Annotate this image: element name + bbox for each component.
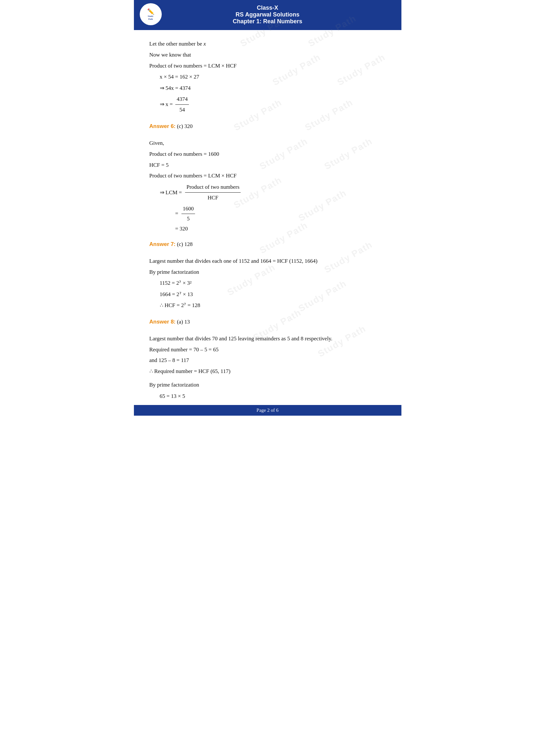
and-line: and 125 – 8 = 117 bbox=[150, 356, 386, 365]
answer8-option: (a) 13 bbox=[177, 319, 190, 325]
answer7-line: Answer 7: (c) 128 bbox=[150, 239, 386, 249]
page-container: ✏️ Study Path Class-X RS Aggarwal Soluti… bbox=[134, 0, 401, 421]
logo-path-text: Path bbox=[147, 18, 154, 20]
frac2-numerator: 1600 bbox=[182, 204, 195, 214]
header-line2: RS Aggarwal Solutions bbox=[140, 11, 395, 18]
gap6 bbox=[150, 328, 386, 334]
product-eq1: Product of two numbers = 1600 bbox=[150, 149, 386, 159]
gap7 bbox=[150, 378, 386, 380]
intro-line2: Now we know that bbox=[150, 50, 386, 60]
answer8-heading: Answer 8: bbox=[150, 319, 176, 325]
logo-container: ✏️ Study Path bbox=[140, 3, 162, 25]
equals-sign: = bbox=[175, 209, 179, 219]
fraction-product-hcf: Product of two numbers HCF bbox=[185, 182, 241, 203]
given-label: Given, bbox=[150, 138, 386, 148]
frac1-numerator: 4374 bbox=[175, 94, 189, 105]
pencil-icon: ✏️ bbox=[147, 8, 154, 15]
page-number: Page 2 of 6 bbox=[257, 408, 278, 413]
logo-circle: ✏️ Study Path bbox=[140, 3, 162, 25]
gap4 bbox=[150, 251, 386, 256]
equation1: x × 54 = 162 × 27 bbox=[160, 72, 386, 82]
page-header: ✏️ Study Path Class-X RS Aggarwal Soluti… bbox=[134, 0, 401, 30]
product-formula2: Product of two numbers = LCM × HCF bbox=[150, 171, 386, 181]
logo-study-text: Study bbox=[147, 15, 154, 18]
product-formula: Product of two numbers = LCM × HCF bbox=[150, 61, 386, 71]
required-num1: Required number = 70 – 5 = 65 bbox=[150, 345, 386, 355]
intro-line1: Let the other number be x bbox=[150, 39, 386, 49]
factorization2: 1664 = 2⁷ × 13 bbox=[160, 289, 386, 300]
lcm-frac-numerator: Product of two numbers bbox=[185, 182, 241, 193]
by-prime-fact2: By prime factorization bbox=[150, 380, 386, 390]
header-line3: Chapter 1: Real Numbers bbox=[140, 18, 395, 25]
answer7-option: (c) 128 bbox=[177, 241, 193, 247]
eq3-prefix: ⇒ x = bbox=[160, 101, 173, 107]
lcm-frac-1600-5: = 1600 5 bbox=[175, 204, 386, 224]
equation3: ⇒ x = 4374 54 bbox=[160, 94, 386, 115]
lcm-frac-denominator: HCF bbox=[206, 193, 220, 203]
equation2: ⇒ 54x = 4374 bbox=[160, 83, 386, 94]
fact65: 65 = 13 × 5 bbox=[160, 391, 386, 401]
page-footer: Page 2 of 6 bbox=[134, 405, 401, 416]
answer6-line: Answer 6: (c) 320 bbox=[150, 122, 386, 131]
gap2 bbox=[150, 132, 386, 138]
logo-inner: ✏️ Study Path bbox=[147, 8, 154, 20]
header-line1: Class-X bbox=[140, 5, 395, 11]
gap3 bbox=[150, 234, 386, 239]
answer7-heading: Answer 7: bbox=[150, 241, 176, 247]
answer6-option: (c) 320 bbox=[177, 123, 193, 129]
content-area: Let the other number be x Now we know th… bbox=[134, 30, 401, 421]
fraction-1600-5: 1600 5 bbox=[182, 204, 195, 224]
factorization1: 1152 = 2⁷ × 3² bbox=[160, 278, 386, 288]
fraction-4374-54: 4374 54 bbox=[175, 94, 189, 115]
answer8-line: Answer 8: (a) 13 bbox=[150, 317, 386, 327]
gap5 bbox=[150, 311, 386, 317]
lcm-prefix: ⇒ LCM = bbox=[160, 187, 182, 198]
lcm-fraction-line: ⇒ LCM = Product of two numbers HCF bbox=[160, 182, 386, 203]
largest-divides: Largest number that divides 70 and 125 l… bbox=[150, 334, 386, 343]
hcf-result: ∴ HCF = 2⁷ = 128 bbox=[160, 300, 386, 310]
hcf-eq: HCF = 5 bbox=[150, 160, 386, 170]
by-prime-fact: By prime factorization bbox=[150, 267, 386, 277]
frac1-denominator: 54 bbox=[178, 105, 186, 115]
frac2-denominator: 5 bbox=[186, 214, 191, 224]
required-num2: ∴ Required number = HCF (65, 117) bbox=[150, 366, 386, 376]
largest-number-line: Largest number that divides each one of … bbox=[150, 256, 386, 266]
answer6-heading: Answer 6: bbox=[150, 123, 176, 129]
lcm-result: = 320 bbox=[175, 224, 386, 234]
gap1 bbox=[150, 116, 386, 122]
